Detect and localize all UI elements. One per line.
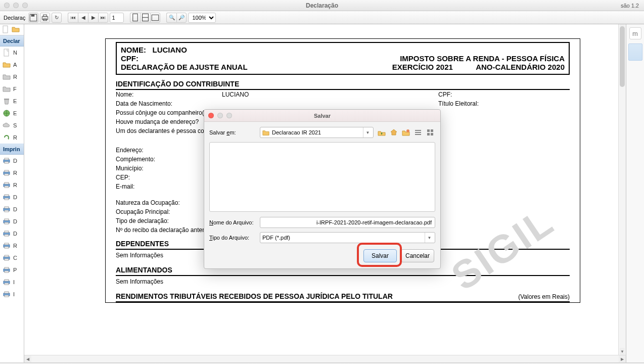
sidebar-print-item[interactable]: D <box>0 155 24 167</box>
sidebar-print-item[interactable]: D <box>0 191 24 203</box>
svg-rect-33 <box>5 235 9 236</box>
dialog-title: Salvar <box>204 113 440 119</box>
prev-page-icon[interactable]: ◀ <box>78 13 88 23</box>
sidebar-item-label: R <box>13 182 17 188</box>
sidebar-item-label: R <box>13 243 17 249</box>
sidebar-item[interactable]: A <box>0 59 24 71</box>
home-icon[interactable] <box>389 127 399 138</box>
zoom-out-icon[interactable]: 🔎 <box>176 13 187 23</box>
section-identificacao: IDENTIFICAÇÃO DO CONTRIBUINTE <box>116 80 570 90</box>
horizontal-scrollbar[interactable]: ◀ ▶ <box>24 355 626 362</box>
sidebar-item-label: R <box>13 74 17 80</box>
fit-group <box>130 13 160 23</box>
svg-rect-36 <box>5 247 9 248</box>
printer-icon <box>3 205 11 213</box>
actual-size-icon[interactable] <box>150 13 160 23</box>
scroll-thumb[interactable] <box>620 26 625 87</box>
field-cpf-label: CPF: <box>438 91 570 98</box>
svg-rect-53 <box>427 129 430 132</box>
printer-icon <box>3 254 11 262</box>
rightbar-tool-icon[interactable]: m <box>629 27 641 39</box>
reload-icon[interactable]: ↻ <box>52 13 62 23</box>
sidebar-print-item[interactable]: I <box>0 288 24 300</box>
folder-icon <box>3 61 11 69</box>
svg-rect-35 <box>5 243 9 245</box>
svg-rect-44 <box>5 280 9 281</box>
sidebar-print-item[interactable]: D <box>0 203 24 215</box>
cloud-icon <box>3 121 11 129</box>
sidebar-item-label: E <box>13 110 17 116</box>
sidebar-print-item[interactable]: R <box>0 240 24 252</box>
details-view-icon[interactable] <box>425 127 435 138</box>
sidebar-print-item[interactable]: D <box>0 228 24 240</box>
page-number-input[interactable] <box>110 13 124 23</box>
svg-rect-5 <box>133 14 138 21</box>
sidebar-item[interactable]: E <box>0 107 24 119</box>
zoom-group: 🔍 🔎 <box>166 13 187 23</box>
svg-rect-39 <box>5 259 9 260</box>
svg-rect-50 <box>415 130 421 131</box>
sidebar-item-label: N <box>13 50 17 56</box>
scroll-right-icon[interactable]: ▶ <box>619 355 626 362</box>
refresh-icon <box>3 133 11 142</box>
field-nome-label: Nome: <box>116 91 222 98</box>
next-page-icon[interactable]: ▶ <box>88 13 98 23</box>
svg-rect-8 <box>152 15 159 20</box>
field-nome-value: LUCIANO <box>222 91 438 98</box>
file-type-select[interactable]: PDF (*.pdf) ▼ <box>260 232 435 243</box>
sidebar-print-item[interactable]: I <box>0 276 24 288</box>
svg-rect-52 <box>415 134 421 135</box>
sidebar-item-label: D <box>13 218 17 224</box>
list-view-icon[interactable] <box>413 127 423 138</box>
print-icon[interactable] <box>40 13 50 23</box>
save-button[interactable]: Salvar <box>363 249 397 262</box>
zoom-in-icon[interactable]: 🔍 <box>166 13 176 23</box>
svg-rect-1 <box>31 14 35 17</box>
sidebar-print-item[interactable]: D <box>0 215 24 228</box>
vertical-scrollbar[interactable]: ▲ ▼ <box>618 24 626 355</box>
first-page-icon[interactable]: ⏮ <box>68 13 78 23</box>
sidebar-item[interactable]: S <box>0 119 24 131</box>
sidebar-item[interactable]: F <box>0 83 24 95</box>
window-title: Declaração <box>0 2 644 9</box>
file-browser-area[interactable] <box>209 142 435 212</box>
sidebar-print-item[interactable]: C <box>0 252 24 264</box>
sidebar-print-item[interactable]: R <box>0 167 24 179</box>
fit-width-icon[interactable] <box>140 13 150 23</box>
sidebar-print-item[interactable]: P <box>0 264 24 276</box>
sidebar-print-item[interactable]: R <box>0 179 24 191</box>
field-umdos-label: Um dos declarantes é pessoa com do <box>116 127 217 134</box>
folder-open-icon[interactable] <box>12 25 20 34</box>
section-rendimentos: RENDIMENTOS TRIBUTÁVEIS RECEBIDOS DE PES… <box>116 292 570 302</box>
new-folder-icon[interactable] <box>401 127 411 138</box>
scroll-left-icon[interactable]: ◀ <box>24 355 31 362</box>
scroll-down-icon[interactable]: ▼ <box>620 348 625 355</box>
folder-select[interactable]: Declaracao IR 2021 ▼ <box>260 127 374 138</box>
svg-rect-23 <box>5 195 9 196</box>
fit-page-icon[interactable] <box>130 13 140 23</box>
rightbar-thumbnail[interactable] <box>628 43 642 61</box>
sidebar-item-label: I <box>13 279 15 285</box>
hdr-cpf-label: CPF: <box>121 54 139 63</box>
up-folder-icon[interactable] <box>377 127 387 138</box>
valores-em-reais: (Valores em Reais) <box>518 293 570 300</box>
sidebar-item-label: P <box>13 267 17 273</box>
folder-gray-icon <box>3 85 11 93</box>
printer-icon <box>3 290 11 298</box>
zoom-select[interactable]: 100% <box>188 13 216 23</box>
printer-icon <box>3 181 11 189</box>
printer-icon <box>3 230 11 238</box>
sidebar-item[interactable]: R <box>0 131 24 144</box>
sidebar-item[interactable]: E <box>0 95 24 107</box>
cancel-button[interactable]: Cancelar <box>401 249 434 262</box>
field-recibo-label: Nº do recibo da declaração anterior d <box>116 226 216 234</box>
sidebar-item[interactable]: R <box>0 71 24 83</box>
printer-icon <box>3 242 11 250</box>
save-icon[interactable] <box>28 13 38 23</box>
filename-input[interactable] <box>260 217 435 228</box>
sidebar-item[interactable]: N <box>0 47 24 59</box>
last-page-icon[interactable]: ⏭ <box>98 13 108 23</box>
svg-rect-42 <box>5 271 9 272</box>
svg-rect-55 <box>427 133 430 135</box>
page-icon <box>3 49 11 57</box>
